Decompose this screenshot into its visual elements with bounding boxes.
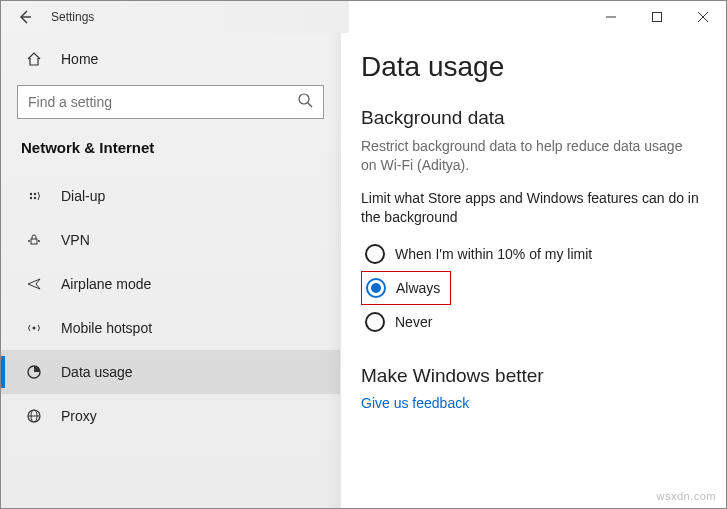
- background-data-radio-group: When I'm within 10% of my limit Always N…: [361, 237, 700, 339]
- close-button[interactable]: [680, 1, 726, 33]
- sidebar-item-vpn[interactable]: VPN: [1, 218, 340, 262]
- svg-point-8: [30, 197, 32, 199]
- datausage-icon: [21, 364, 47, 380]
- radio-icon: [365, 244, 385, 264]
- back-button[interactable]: [1, 1, 49, 33]
- radio-always[interactable]: Always: [361, 271, 451, 305]
- svg-point-11: [28, 240, 30, 242]
- home-icon: [21, 51, 47, 67]
- maximize-button[interactable]: [634, 1, 680, 33]
- search-input[interactable]: [28, 94, 297, 110]
- section-background-data-desc: Restrict background data to help reduce …: [361, 137, 700, 175]
- proxy-icon: [21, 408, 47, 424]
- svg-point-9: [34, 197, 36, 199]
- minimize-button[interactable]: [588, 1, 634, 33]
- radio-within-limit[interactable]: When I'm within 10% of my limit: [361, 237, 700, 271]
- maximize-icon: [652, 12, 662, 22]
- hotspot-icon: [21, 320, 47, 336]
- page-title: Data usage: [361, 51, 700, 83]
- sidebar-item-label: Dial-up: [61, 188, 105, 204]
- sidebar-item-label: Proxy: [61, 408, 97, 424]
- sidebar-item-label: VPN: [61, 232, 90, 248]
- sidebar-item-label: Mobile hotspot: [61, 320, 152, 336]
- svg-point-4: [299, 94, 309, 104]
- svg-rect-1: [653, 13, 662, 22]
- vpn-icon: [21, 232, 47, 248]
- main-content: Data usage Background data Restrict back…: [341, 33, 726, 508]
- category-header: Network & Internet: [1, 133, 340, 174]
- svg-point-6: [30, 193, 32, 195]
- close-icon: [698, 12, 708, 22]
- radio-label: Never: [395, 314, 432, 330]
- sidebar-item-label: Data usage: [61, 364, 133, 380]
- airplane-icon: [21, 276, 47, 292]
- svg-point-13: [33, 327, 36, 330]
- sidebar-item-proxy[interactable]: Proxy: [1, 394, 340, 438]
- sidebar: Home Network & Internet Dial-up: [1, 33, 341, 508]
- sidebar-item-datausage[interactable]: Data usage: [1, 350, 340, 394]
- sidebar-item-airplane[interactable]: Airplane mode: [1, 262, 340, 306]
- svg-line-5: [308, 103, 312, 107]
- dialup-icon: [21, 188, 47, 204]
- radio-never[interactable]: Never: [361, 305, 700, 339]
- window-title: Settings: [51, 10, 94, 24]
- sidebar-item-label: Airplane mode: [61, 276, 151, 292]
- section-background-data-prompt: Limit what Store apps and Windows featur…: [361, 189, 700, 227]
- search-box[interactable]: [17, 85, 324, 119]
- svg-point-7: [34, 193, 36, 195]
- sidebar-item-hotspot[interactable]: Mobile hotspot: [1, 306, 340, 350]
- arrow-left-icon: [17, 9, 33, 25]
- radio-icon: [365, 312, 385, 332]
- search-icon: [297, 92, 313, 112]
- minimize-icon: [606, 12, 616, 22]
- radio-icon: [366, 278, 386, 298]
- title-bar: Settings: [1, 1, 726, 33]
- nav-list: Dial-up VPN Airplane mode Mobile hotspot: [1, 174, 340, 438]
- svg-rect-10: [31, 239, 37, 244]
- watermark: wsxdn.com: [656, 490, 716, 502]
- feedback-link[interactable]: Give us feedback: [361, 395, 700, 411]
- sidebar-item-dialup[interactable]: Dial-up: [1, 174, 340, 218]
- svg-point-12: [38, 240, 40, 242]
- home-link[interactable]: Home: [1, 37, 340, 81]
- home-label: Home: [61, 51, 98, 67]
- radio-label: When I'm within 10% of my limit: [395, 246, 592, 262]
- section-background-data-title: Background data: [361, 107, 700, 129]
- radio-label: Always: [396, 280, 440, 296]
- section-feedback-title: Make Windows better: [361, 365, 700, 387]
